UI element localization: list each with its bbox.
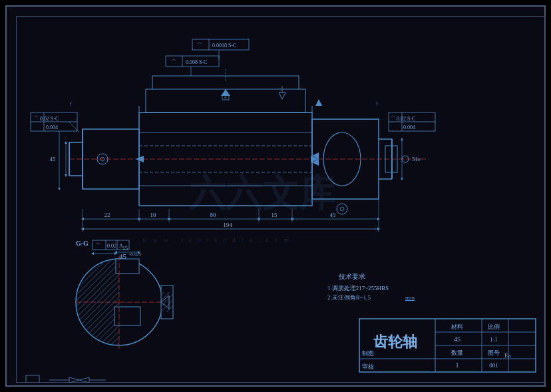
svg-text:↑: ↑	[69, 100, 73, 107]
svg-text:齿轮轴: 齿轮轴	[373, 333, 417, 350]
svg-text:材料: 材料	[451, 323, 463, 330]
svg-marker-79	[136, 156, 144, 162]
svg-text:1: 1	[456, 361, 459, 369]
svg-text:0.02: 0.02	[107, 243, 116, 249]
svg-text:22: 22	[104, 212, 110, 218]
svg-marker-131	[69, 377, 79, 383]
engineering-drawing: 22 10 80 15 45 194 45 51e ⌒ 0.008 S-C ⌒	[16, 16, 546, 383]
svg-marker-136	[315, 99, 322, 106]
svg-text:0.0018 S-C: 0.0018 S-C	[212, 43, 236, 49]
svg-text:2.未注倒角R=1.5: 2.未注倒角R=1.5	[327, 294, 371, 301]
svg-text:⌒ 0.02  S-C: ⌒ 0.02 S-C	[33, 116, 59, 122]
svg-text:六六文库: 六六文库	[188, 172, 336, 214]
svg-text:制图: 制图	[362, 350, 374, 357]
svg-point-26	[337, 204, 347, 214]
svg-text:0.004: 0.004	[46, 124, 58, 130]
svg-text:w w w . r e n r e n d o c . c : w w w . r e n r e n d o c . c o m	[142, 236, 291, 244]
svg-rect-95	[114, 307, 140, 325]
svg-text:45: 45	[454, 335, 460, 343]
svg-marker-134	[279, 93, 285, 99]
outer-border: 22 10 80 15 45 194 45 51e ⌒ 0.008 S-C ⌒	[5, 5, 546, 387]
svg-text:0.004: 0.004	[403, 124, 415, 130]
svg-text:001: 001	[489, 362, 498, 369]
svg-text:1.调质处理217~255HBS: 1.调质处理217~255HBS	[327, 285, 389, 292]
svg-text:1:1: 1:1	[490, 336, 498, 343]
svg-text:10: 10	[150, 212, 157, 218]
svg-text:图号: 图号	[488, 349, 500, 356]
svg-text:⌒: ⌒	[95, 243, 100, 249]
svg-text:⌒: ⌒	[197, 43, 202, 49]
svg-text:0.008 S-C: 0.008 S-C	[186, 59, 207, 65]
svg-text:45: 45	[50, 156, 57, 162]
svg-text:↑: ↑	[375, 100, 379, 107]
svg-point-27	[340, 207, 344, 211]
svg-marker-133	[79, 377, 89, 383]
svg-text:Ea: Ea	[504, 352, 511, 359]
svg-text:⌒ 0.02  S-C: ⌒ 0.02 S-C	[390, 116, 415, 122]
svg-text:≡: ≡	[224, 95, 227, 100]
svg-text:194: 194	[223, 222, 232, 228]
svg-text:比例: 比例	[488, 323, 500, 330]
svg-text:mm: mm	[405, 294, 415, 301]
svg-text:G-G: G-G	[76, 240, 89, 247]
svg-text:51e: 51e	[412, 156, 421, 162]
svg-rect-99	[161, 292, 173, 312]
svg-text:15: 15	[122, 246, 128, 252]
svg-text:数量: 数量	[451, 349, 463, 356]
drawing-area: 22 10 80 15 45 194 45 51e ⌒ 0.008 S-C ⌒	[16, 16, 546, 383]
svg-text:技术要求: 技术要求	[338, 273, 365, 280]
svg-rect-129	[26, 375, 39, 383]
svg-text:⌒: ⌒	[171, 59, 176, 65]
svg-text:审核: 审核	[362, 363, 374, 370]
